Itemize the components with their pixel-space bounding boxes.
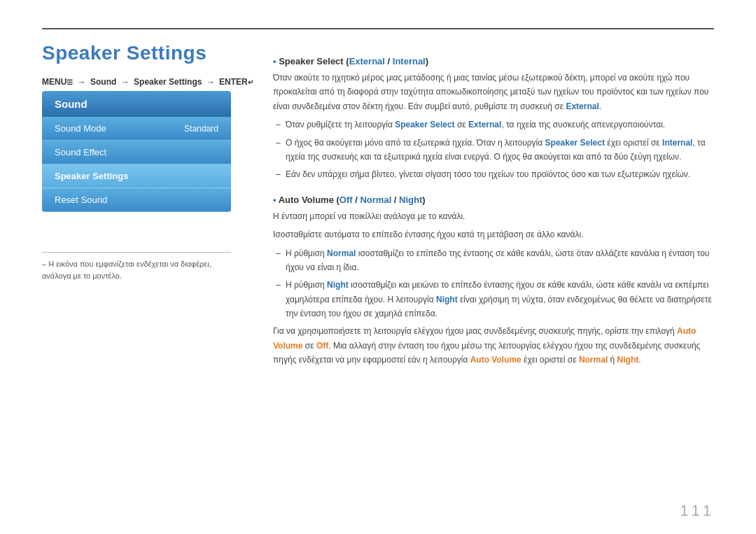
dash1: Όταν ρυθμίζετε τη λειτουργία Speaker Sel…	[273, 118, 714, 132]
content-area: • Speaker Select (External / Internal) Ό…	[273, 56, 714, 492]
sidebar-header: Sound	[42, 91, 231, 117]
section1-external: External	[349, 56, 385, 66]
section2-para2: Ισοσταθμίστε αυτόματα το επίπεδο έντασης…	[273, 227, 714, 241]
section2-normal: Normal	[360, 195, 391, 205]
sidebar-item-value: Standard	[184, 124, 218, 134]
external-link: External	[566, 101, 598, 111]
section2-title: • Auto Volume (Off / Normal / Night)	[273, 195, 714, 205]
menu-speaker-settings: Speaker Settings	[134, 77, 202, 87]
section1-internal: Internal	[393, 56, 426, 66]
menu-sound: Sound	[90, 77, 116, 87]
sidebar-item-speaker-settings[interactable]: Speaker Settings	[42, 164, 231, 188]
sidebar: Sound Sound Mode Standard Sound Effect S…	[42, 91, 231, 212]
dash2: Ο ήχος θα ακούγεται μόνο από τα εξωτερικ…	[273, 136, 714, 164]
section2-off: Off	[340, 195, 353, 205]
page-number: 111	[680, 502, 714, 520]
menu-path: MENU☰ → Sound → Speaker Settings → ENTER…	[42, 77, 253, 87]
section-auto-volume: • Auto Volume (Off / Normal / Night) Η έ…	[273, 195, 714, 367]
section1-body: Όταν ακούτε το ηχητικό μέρος μιας μετάδο…	[273, 71, 714, 182]
section2-dash1: Η ρύθμιση Normal ισοσταθμίζει το επίπεδο…	[273, 246, 714, 275]
section1-title-normal: Speaker Select (	[279, 56, 349, 66]
page-title: Speaker Settings	[42, 42, 206, 64]
section2-dash2: Η ρύθμιση Night ισοσταθμίζει και μειώνει…	[273, 278, 714, 321]
section2-body: Η ένταση μπορεί να ποικίλλει ανάλογα με …	[273, 209, 714, 367]
sidebar-note: – Η εικόνα που εμφανίζεται ενδέχεται να …	[42, 252, 231, 281]
sidebar-item-label: Reset Sound	[55, 195, 107, 205]
sidebar-item-label: Speaker Settings	[55, 171, 129, 181]
menu-enter: ENTER	[219, 77, 248, 87]
top-divider	[42, 28, 714, 29]
sidebar-item-sound-mode[interactable]: Sound Mode Standard	[42, 117, 231, 141]
sidebar-item-reset-sound[interactable]: Reset Sound	[42, 188, 231, 212]
section-speaker-select: • Speaker Select (External / Internal) Ό…	[273, 56, 714, 182]
dash3: Εάν δεν υπάρχει σήμα βίντεο, γίνεται σίγ…	[273, 167, 714, 181]
section1-para: Όταν ακούτε το ηχητικό μέρος μιας μετάδο…	[273, 71, 714, 113]
menu-icon: MENU	[42, 77, 66, 87]
section1-title: • Speaker Select (External / Internal)	[273, 56, 714, 66]
section2-para3: Για να χρησιμοποιήσετε τη λειτουργία ελέ…	[273, 324, 714, 367]
section2-para1: Η ένταση μπορεί να ποικίλλει ανάλογα με …	[273, 209, 714, 223]
section2-night: Night	[399, 195, 422, 205]
sidebar-item-label: Sound Mode	[55, 123, 106, 134]
sidebar-item-label: Sound Effect	[55, 147, 106, 157]
sidebar-item-sound-effect[interactable]: Sound Effect	[42, 141, 231, 164]
